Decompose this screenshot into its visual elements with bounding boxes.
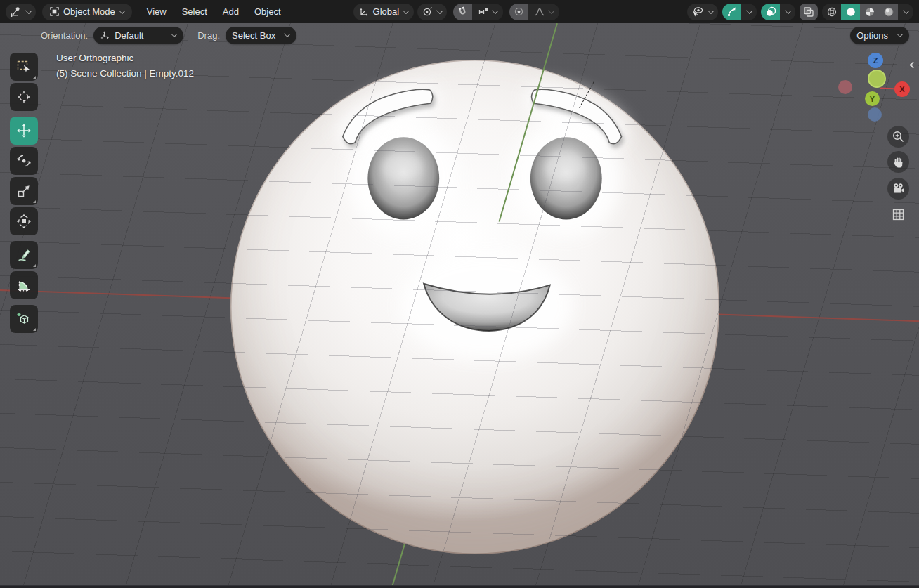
wireframe-icon [826, 6, 837, 18]
tool-select-box[interactable] [10, 53, 38, 81]
pan-button[interactable] [887, 151, 909, 173]
proportional-editing-icon [514, 6, 524, 17]
gizmo-axis-x[interactable]: X [894, 81, 910, 97]
snap-target-select[interactable] [472, 4, 503, 20]
shading-dropdown[interactable] [898, 4, 913, 20]
transform-orientation-select[interactable]: Global [353, 4, 415, 20]
chevron-down-icon [403, 8, 409, 14]
orientation-default-icon [100, 30, 110, 41]
shading-wireframe-button[interactable] [822, 4, 841, 20]
pivot-point-icon [422, 6, 433, 18]
breadcrumb: (5) Scene Collection | Empty.012 [56, 68, 194, 79]
camera-view-icon [892, 182, 906, 196]
material-preview-icon [864, 6, 875, 18]
show-gizmo-toggle[interactable] [722, 4, 741, 20]
orientation-dropdown[interactable]: Default [93, 27, 183, 44]
pan-hand-icon [892, 156, 905, 169]
view-info: User Orthographic (5) Scene Collection |… [56, 53, 194, 79]
gizmo-axis-neg-x[interactable] [838, 80, 852, 94]
menu-object[interactable]: Object [247, 6, 289, 17]
chevron-down-icon [548, 8, 554, 14]
snap-increment-icon [478, 6, 489, 18]
pivot-point-select[interactable] [417, 4, 447, 20]
shading-mode-group [822, 4, 913, 20]
overlays-dropdown[interactable] [780, 4, 795, 20]
snap-toggle[interactable] [453, 4, 472, 20]
xray-icon [803, 6, 814, 18]
shading-rendered-button[interactable] [879, 4, 898, 20]
show-overlays-toggle[interactable] [761, 4, 780, 20]
snap-magnet-icon [457, 6, 468, 17]
menu-select[interactable]: Select [174, 6, 215, 17]
subtool-indicator [33, 328, 36, 331]
status-bar-edge [0, 585, 919, 588]
shading-material-button[interactable] [860, 4, 879, 20]
gizmo-dropdown[interactable] [741, 4, 757, 20]
mode-select-label: Object Mode [63, 6, 115, 17]
object-mode-icon [49, 6, 60, 17]
3d-viewport-editor-icon [10, 6, 22, 18]
drag-dropdown[interactable]: Select Box [226, 27, 296, 44]
menu-bar: View Select Add Object [139, 6, 289, 17]
transform-orientation-label: Global [373, 6, 400, 17]
gizmo-axis-y-front[interactable] [868, 70, 886, 88]
menu-view[interactable]: View [139, 6, 174, 17]
visibility-icon [691, 6, 704, 18]
orientation-value: Default [115, 30, 167, 41]
tool-transform[interactable] [10, 207, 38, 235]
gizmo-group [722, 4, 757, 20]
overlays-group [761, 4, 795, 20]
snapping-group [453, 4, 503, 20]
proportional-falloff-select[interactable] [528, 4, 559, 20]
viewport-3d[interactable]: Orientation: Default Drag: Select Box [0, 23, 919, 588]
orientation-label: Orientation: [41, 30, 88, 41]
chevron-down-icon [708, 8, 714, 14]
chevron-down-icon [785, 8, 791, 14]
blender-window: Object Mode View Select Add Object Globa… [0, 0, 919, 588]
editor-type-select[interactable] [6, 4, 36, 20]
tool-cursor[interactable] [10, 83, 38, 111]
tool-annotate[interactable] [10, 241, 38, 269]
chevron-down-icon [436, 8, 443, 14]
chevron-down-icon [25, 8, 32, 14]
xray-toggle[interactable] [800, 4, 818, 20]
menu-add[interactable]: Add [215, 6, 247, 17]
tool-measure[interactable] [10, 271, 38, 299]
tool-shelf [10, 53, 38, 335]
camera-view-button[interactable] [887, 178, 909, 200]
options-dropdown[interactable]: Options [850, 27, 909, 44]
chevron-down-icon [746, 8, 752, 14]
sidebar-collapse-arrow[interactable] [911, 58, 918, 71]
tool-move[interactable] [10, 117, 38, 145]
subtool-indicator [33, 200, 36, 203]
proportional-editing-toggle[interactable] [509, 4, 528, 20]
chevron-down-icon [903, 8, 909, 14]
ortho-grid-button[interactable] [887, 204, 909, 226]
subtool-indicator [33, 264, 36, 267]
mode-select[interactable]: Object Mode [42, 4, 132, 20]
subtool-indicator [33, 76, 36, 79]
zoom-button[interactable] [887, 126, 909, 148]
gizmo-axis-y[interactable]: Y [865, 91, 880, 106]
proportional-falloff-icon [534, 6, 545, 18]
drag-value: Select Box [232, 30, 280, 41]
zoom-icon [892, 130, 905, 143]
view-perspective-label: User Orthographic [56, 53, 194, 63]
tool-rotate[interactable] [10, 147, 38, 175]
viewport-header: Object Mode View Select Add Object Globa… [0, 0, 919, 23]
overlays-icon [765, 6, 776, 18]
shading-solid-button[interactable] [841, 4, 860, 20]
chevron-down-icon [284, 31, 290, 37]
rendered-shading-icon [883, 6, 894, 18]
gizmo-icon [726, 6, 738, 18]
orientation-axes-icon [358, 6, 370, 18]
chevron-down-icon [171, 31, 177, 37]
gizmo-axis-neg-z[interactable] [868, 107, 882, 122]
smiley-face-sphere[interactable] [230, 60, 719, 554]
header-right-cluster [687, 4, 913, 20]
gizmo-axis-z[interactable]: Z [868, 53, 883, 68]
tool-add-cube[interactable] [10, 305, 38, 333]
tool-scale[interactable] [10, 177, 38, 205]
proportional-edit-group [509, 4, 559, 20]
object-visibility-select[interactable] [687, 4, 718, 20]
